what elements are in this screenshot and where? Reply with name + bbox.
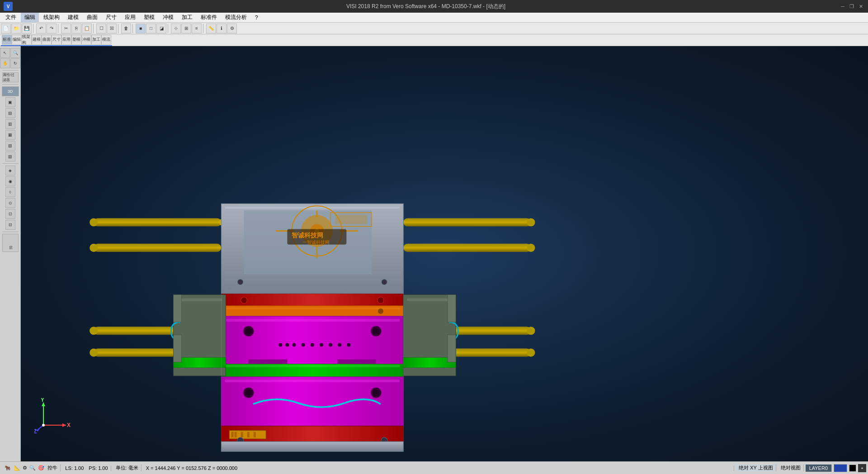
menu-wireframe[interactable]: 线架构 — [40, 13, 63, 22]
minimize-button[interactable]: ─ — [839, 3, 846, 10]
status-icon3[interactable]: ⚙ — [23, 465, 27, 470]
svg-rect-67 — [238, 432, 240, 437]
sidebar-back-view[interactable]: ▤ — [5, 108, 15, 118]
tb-save[interactable]: 💾 — [22, 24, 32, 33]
svg-point-44 — [278, 343, 282, 346]
tb-redo[interactable]: ↷ — [47, 24, 57, 33]
sidebar-select[interactable]: ↖ — [0, 48, 10, 58]
sep3 — [93, 24, 95, 33]
menu-modeling[interactable]: 建模 — [64, 13, 82, 22]
sidebar-3d-view[interactable]: 3D — [2, 86, 19, 96]
menu-plastic[interactable]: 塑模 — [140, 13, 158, 22]
svg-rect-84 — [448, 295, 456, 322]
menu-surface[interactable]: 曲面 — [83, 13, 101, 22]
tb-new[interactable]: 📄 — [1, 24, 11, 33]
sep2 — [58, 24, 60, 33]
svg-rect-85 — [448, 335, 456, 362]
sidebar-front-view[interactable]: ▣ — [5, 97, 15, 107]
tab-standard[interactable]: 标准 — [2, 35, 12, 45]
tab-dimension[interactable]: 尺寸 — [52, 35, 61, 45]
tb-view-wire[interactable]: □ — [146, 24, 156, 33]
menu-stamping[interactable]: 冲模 — [159, 13, 177, 22]
tb-layer[interactable]: ≡ — [192, 24, 202, 33]
tb-view-shade[interactable]: ◪ — [156, 24, 166, 33]
tb-undo[interactable]: ↶ — [36, 24, 46, 33]
menu-edit[interactable]: 编辑 — [21, 13, 39, 22]
svg-point-6 — [90, 327, 98, 335]
svg-rect-53 — [249, 360, 288, 364]
svg-point-50 — [329, 343, 332, 346]
status-icon5[interactable]: 🎯 — [38, 465, 44, 470]
sidebar-rotate[interactable]: ↻ — [10, 58, 20, 68]
tb-measure[interactable]: 📏 — [206, 24, 216, 33]
status-icon1[interactable]: 🐂 — [5, 465, 11, 470]
sidebar-tool5[interactable]: ⊡ — [5, 209, 15, 219]
sidebar-bottom-view[interactable]: ▨ — [5, 152, 15, 161]
svg-rect-54 — [337, 360, 376, 364]
svg-point-4 — [90, 244, 98, 252]
tb-select-all[interactable]: ☐ — [96, 24, 106, 33]
menu-file[interactable]: 文件 — [2, 13, 20, 22]
svg-point-10 — [527, 218, 535, 226]
tab-modeling[interactable]: 建模 — [32, 35, 42, 45]
tab-wireframe[interactable]: 线架构 — [22, 35, 32, 45]
tb-open[interactable]: 📁 — [11, 24, 21, 33]
tb-cut[interactable]: ✂ — [61, 24, 71, 33]
status-color-swatch[interactable] — [834, 464, 847, 472]
tab-flow[interactable]: 模流 — [101, 35, 111, 45]
sidebar-tool1[interactable]: ◈ — [5, 166, 15, 175]
sidebar-layer-tool[interactable]: 层 — [2, 234, 19, 252]
sidebar-right-view[interactable]: ▦ — [5, 130, 15, 140]
status-view-absolute[interactable]: 绝对视图 — [778, 465, 804, 471]
menu-dimension[interactable]: 尺寸 — [102, 13, 120, 22]
status-icon2[interactable]: 📐 — [14, 465, 20, 470]
tb-info[interactable]: ℹ — [217, 24, 226, 33]
sidebar-left-view[interactable]: ▥ — [5, 119, 15, 129]
tab-stamp[interactable]: 冲模 — [81, 35, 91, 45]
left-sidebar: ↖ 🔍 ✋ ↻ 属性/过滤器 3D ▣ ▤ ▥ ▦ ▧ ▨ ◈ ◉ ◊ ⊙ ⊡ … — [0, 46, 21, 461]
status-color-black[interactable] — [849, 465, 856, 472]
menu-mold[interactable]: 标准件 — [197, 13, 221, 22]
svg-rect-70 — [247, 432, 250, 437]
status-view-absolute-xy[interactable]: 绝对 XY 上视图 — [736, 465, 776, 471]
sidebar-top-view[interactable]: ▧ — [5, 141, 15, 151]
svg-point-60 — [245, 389, 252, 396]
status-layer[interactable]: LAYER0 — [806, 465, 832, 472]
sidebar-tool6[interactable]: ⊟ — [5, 220, 15, 230]
tab-apply[interactable]: 应用 — [61, 35, 71, 45]
tb-settings[interactable]: ⚙ — [227, 24, 237, 33]
sidebar-property-icon[interactable]: 属性/过滤器 — [2, 72, 19, 82]
menu-apply[interactable]: 应用 — [121, 13, 139, 22]
close-button[interactable]: ✕ — [857, 3, 864, 10]
menu-machining[interactable]: 加工 — [178, 13, 196, 22]
tab-surface[interactable]: 曲面 — [42, 35, 52, 45]
menu-flow[interactable]: 模流分析 — [222, 13, 250, 22]
svg-point-45 — [285, 343, 289, 346]
svg-rect-9 — [403, 218, 531, 226]
svg-point-14 — [527, 327, 535, 335]
tb-grid[interactable]: ⊞ — [181, 24, 191, 33]
menu-help[interactable]: ? — [251, 14, 262, 22]
tb-snap[interactable]: ⊹ — [171, 24, 181, 33]
status-icon4[interactable]: 🔍 — [29, 465, 36, 470]
viewport[interactable]: 智诚科技网 一智诚科技网 X Y Z — [21, 46, 868, 461]
sidebar-tool4[interactable]: ⊙ — [5, 198, 15, 208]
tab-edit[interactable]: 编辑 — [12, 35, 22, 45]
sidebar-pan[interactable]: ✋ — [0, 58, 10, 68]
tab-mold[interactable]: 塑模 — [71, 35, 81, 45]
svg-marker-94 — [42, 403, 45, 406]
tb-copy[interactable]: ⎘ — [71, 24, 81, 33]
status-view-label: 绝对 XY 上视图 — [739, 465, 773, 470]
sidebar-zoom[interactable]: 🔍 — [10, 48, 20, 58]
tb-view-iso[interactable]: ■ — [136, 24, 146, 33]
sidebar-tool3[interactable]: ◊ — [5, 187, 15, 197]
sidebar-tool2[interactable]: ◉ — [5, 176, 15, 186]
tb-delete[interactable]: 🗑 — [121, 24, 131, 33]
restore-button[interactable]: ❐ — [848, 3, 855, 10]
tb-paste[interactable]: 📋 — [82, 24, 92, 33]
tab-machine[interactable]: 加工 — [91, 35, 101, 45]
toolbar-main: 📄 📁 💾 ↶ ↷ ✂ ⎘ 📋 ☐ ☒ 🗑 ■ □ ◪ ⊹ ⊞ ≡ 📏 ℹ ⚙ — [0, 23, 868, 34]
tb-deselect[interactable]: ☒ — [107, 24, 117, 33]
svg-point-16 — [527, 349, 535, 357]
sep5 — [132, 24, 134, 33]
